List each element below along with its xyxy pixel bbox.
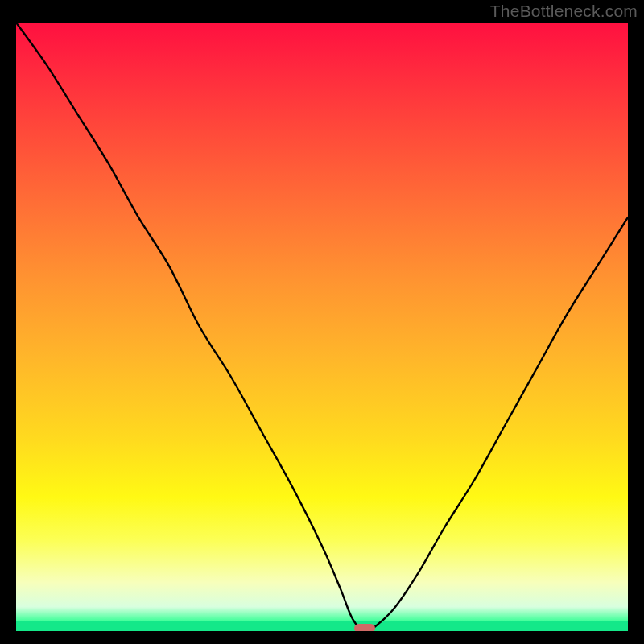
plot-area	[16, 23, 628, 631]
watermark-text: TheBottleneck.com	[490, 2, 638, 21]
minimum-marker	[354, 624, 375, 631]
chart-frame: TheBottleneck.com	[0, 0, 644, 644]
bottleneck-curve	[16, 23, 628, 631]
